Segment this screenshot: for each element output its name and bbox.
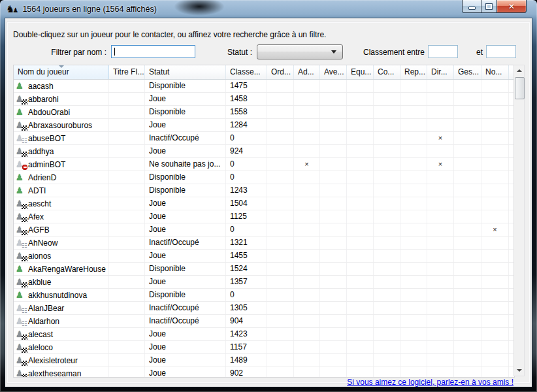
column-header-rep[interactable]: Rep...: [400, 65, 427, 79]
player-co-cell: [374, 223, 400, 236]
column-header-equ[interactable]: Equ...: [347, 65, 374, 79]
player-name: abuseBOT: [28, 133, 65, 144]
player-ges-cell: [454, 354, 481, 367]
scrollbar-thumb[interactable]: [515, 77, 525, 99]
player-row[interactable]: ♟AkaRengaWareHouseDisponible1524: [14, 263, 514, 276]
scroll-down-button[interactable]: [514, 365, 524, 376]
minimize-button[interactable]: [462, 0, 481, 13]
player-ges-cell: [454, 197, 481, 210]
player-dir-cell: [427, 184, 454, 197]
player-dir-cell: [427, 106, 454, 118]
player-co-cell: [374, 197, 400, 210]
player-ges-cell: [454, 341, 481, 353]
player-ges-cell: [454, 119, 481, 131]
titlebar[interactable]: ♞♟ 1564 joueurs en ligne (1564 affichés)…: [0, 0, 537, 18]
filter-name-input[interactable]: [111, 45, 195, 58]
player-ord-cell: [267, 184, 294, 197]
scroll-up-button[interactable]: [514, 65, 524, 76]
player-row[interactable]: ♟alecastJoue1423: [14, 328, 514, 341]
column-header-statut[interactable]: Statut: [145, 65, 226, 79]
player-row[interactable]: ♟☷abuseBOTInactif/Occupé0×: [14, 132, 514, 145]
player-title-cell: [109, 119, 145, 131]
chessboard-badge-icon: [22, 282, 27, 287]
available-status-icon: ♟: [16, 107, 25, 118]
player-co-cell: [374, 80, 400, 92]
player-row[interactable]: ♟AbraxasouroburosJoue1284: [14, 119, 514, 132]
player-ave-cell: [320, 341, 347, 353]
column-header-co[interactable]: Co...: [374, 65, 400, 79]
player-no-cell: ×: [481, 223, 509, 236]
player-ges-cell: [454, 158, 481, 171]
column-header-ave[interactable]: Ave...: [320, 65, 347, 79]
player-rep-cell: [400, 145, 427, 157]
player-name: akkhusnutdinova: [28, 289, 87, 301]
column-header-label: Rep...: [404, 67, 425, 76]
player-row[interactable]: ♟alextheseamanJoue902: [14, 367, 514, 377]
player-status-cell: Joue: [145, 328, 226, 340]
column-header-dir[interactable]: Dir...: [427, 65, 454, 79]
player-equ-cell: [347, 171, 374, 184]
player-row[interactable]: ♟☷AhNeowInactif/Occupé1321: [14, 237, 514, 250]
player-row[interactable]: ♟adminBOTNe souhaite pas jo...0××: [14, 158, 514, 171]
column-header-label: Co...: [378, 67, 394, 76]
column-header-name[interactable]: Nom du joueur: [14, 65, 109, 79]
inactive-status-icon: ♟☷: [16, 238, 25, 248]
player-row[interactable]: ♟AlexisletroteurJoue1489: [14, 354, 514, 367]
player-rating-cell: 1458: [226, 93, 267, 105]
player-ave-cell: [320, 263, 347, 275]
player-row[interactable]: ♟aacashDisponible1475: [14, 80, 514, 93]
player-name-cell: ♟☷AhNeow: [14, 237, 109, 249]
classement-min-input[interactable]: [428, 45, 458, 58]
player-name-cell: ♟aionos: [14, 250, 109, 262]
player-name-cell: ♟ADTI: [14, 184, 109, 197]
player-row[interactable]: ♟akblueJoue1357: [14, 276, 514, 289]
player-no-cell: [481, 93, 509, 105]
player-ord-cell: [267, 263, 294, 275]
player-row[interactable]: ♟aeschtJoue1504: [14, 197, 514, 210]
player-row[interactable]: ♟addhyaJoue924: [14, 145, 514, 158]
maximize-button[interactable]: [481, 0, 496, 13]
chessboard-badge-icon: [22, 348, 27, 353]
vertical-scrollbar[interactable]: [513, 65, 525, 376]
player-row[interactable]: ♟abbarohiJoue1458: [14, 93, 514, 106]
share-link[interactable]: Si vous aimez ce logiciel, parlez-en à v…: [347, 378, 513, 387]
player-ges-cell: [454, 289, 481, 301]
playing-status-icon: ♟: [16, 146, 25, 157]
close-icon: ✕: [508, 3, 515, 10]
player-row[interactable]: ♟AbdouOrabiDisponible1558: [14, 106, 514, 119]
column-header-ord[interactable]: Ord...: [267, 65, 294, 79]
player-no-cell: [481, 328, 509, 340]
statut-dropdown[interactable]: [257, 44, 343, 59]
player-name: AGFB: [28, 224, 50, 236]
player-no-cell: [481, 197, 509, 210]
player-row[interactable]: ♟☷AlanJBearInactif/Occupé1305: [14, 302, 514, 315]
column-header-titre[interactable]: Titre FI...: [109, 65, 145, 79]
player-co-cell: [374, 119, 400, 131]
player-dir-cell: [427, 210, 454, 223]
player-name: AlanJBear: [28, 302, 64, 314]
player-row[interactable]: ♟AfexJoue1125: [14, 210, 514, 223]
column-header-ges[interactable]: Ges...: [454, 65, 481, 79]
player-row[interactable]: ♟AdrienDDisponible0: [14, 171, 514, 184]
player-equ-cell: [347, 263, 374, 275]
player-row[interactable]: ♟alelocoJoue1157: [14, 341, 514, 354]
close-button[interactable]: ✕: [496, 0, 527, 13]
player-title-cell: [109, 315, 145, 327]
player-row[interactable]: ♟ADTIDisponible1243: [14, 184, 514, 197]
player-ad-cell: [294, 145, 320, 157]
player-status-cell: Disponible: [145, 80, 226, 92]
column-header-ad[interactable]: Ad...: [294, 65, 320, 79]
classement-max-input[interactable]: [486, 45, 516, 58]
player-name: akblue: [28, 276, 51, 288]
column-header-classement[interactable]: Classe...: [226, 65, 267, 79]
player-rep-cell: [400, 289, 427, 301]
column-header-label: Ges...: [458, 67, 479, 76]
player-row[interactable]: ♟AGFBJoue0×: [14, 223, 514, 237]
player-co-cell: [374, 263, 400, 275]
player-row[interactable]: ♟akkhusnutdinovaDisponible0: [14, 289, 514, 302]
player-row[interactable]: ♟☷AldarhonInactif/Occupé904: [14, 315, 514, 328]
player-ges-cell: [454, 237, 481, 249]
player-dir-cell: [427, 197, 454, 210]
column-header-no[interactable]: No...: [481, 65, 509, 79]
player-row[interactable]: ♟aionosJoue1455: [14, 250, 514, 263]
